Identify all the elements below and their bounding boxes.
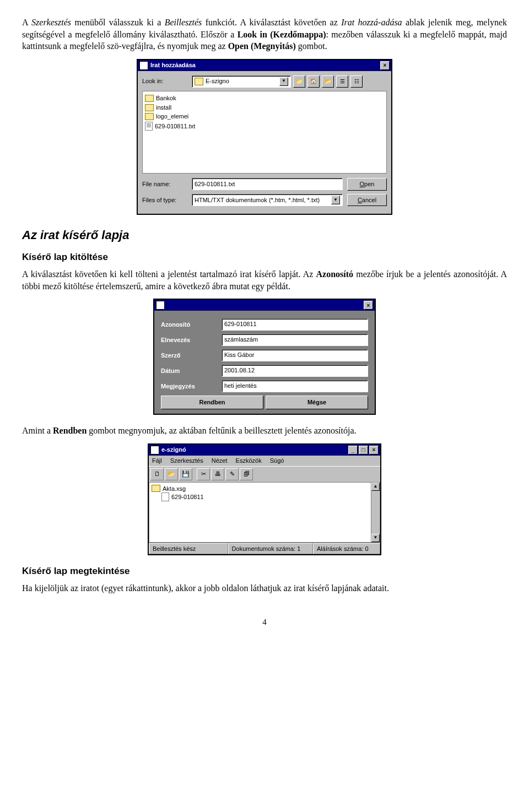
szerzo-input[interactable]: Kiss Gábor [222,349,368,361]
scroll-up-icon[interactable]: ▲ [371,483,380,491]
home-icon[interactable]: 🏠 [307,75,320,88]
titlebar-icon [156,301,165,310]
app-icon [150,446,159,454]
sub-heading: Kísérő lap megtekintése [22,565,507,578]
doc-icon[interactable]: 🗐 [240,468,253,480]
file-list[interactable]: Bankok install logo_elemei 629-010811.tx… [142,91,387,174]
chevron-down-icon[interactable]: ▼ [331,196,340,204]
text-file-icon [145,122,153,131]
paragraph-2: A kiválasztást követően ki kell tölteni … [22,268,507,292]
close-icon[interactable]: × [369,446,379,454]
titlebar: × [154,300,375,311]
list-item[interactable]: 629-010811.txt [145,121,384,131]
titlebar: e-szignó _ □ × [149,445,380,456]
megjegyzes-input[interactable]: heti jelentés [222,380,368,392]
open-button[interactable]: Open [347,178,387,191]
elnevezes-input[interactable]: számlaszám [222,334,368,346]
text-file-icon [161,492,169,501]
titlebar: Irat hozzáadása × [138,60,391,71]
field-label: Dátum [161,367,222,375]
dialog-metadata: × Azonosító629-010811 Elnevezésszámlaszá… [153,299,376,415]
menu-item[interactable]: Szerkesztés [170,457,203,464]
filetype-combo[interactable]: HTML/TXT dokumentumok (*.htm, *.html, *.… [192,194,343,206]
menu-item[interactable]: Eszközök [236,457,262,464]
chevron-down-icon[interactable]: ▼ [279,77,288,86]
folder-icon [145,113,154,120]
list-view-icon[interactable]: ☰ [336,75,348,88]
paragraph-4: Ha kijelöljük az iratot (egyet rákattint… [22,582,507,594]
folder-icon [145,104,154,111]
scroll-down-icon[interactable]: ▼ [371,534,380,542]
cancel-button[interactable]: Cancel [347,194,387,207]
save-icon[interactable]: 💾 [179,468,192,480]
filename-label: File name: [142,180,192,188]
field-label: Szerző [161,351,222,360]
new-icon[interactable]: 🗋 [150,468,164,480]
toolbar: 🗋 📂 💾 ✂ 🖶 ✎ 🗐 [149,466,380,482]
field-label: Azonosító [161,321,222,329]
datum-input[interactable]: 2001.08.12 [222,365,368,377]
close-icon[interactable]: × [380,61,390,70]
filename-input[interactable]: 629-010811.txt [192,178,343,190]
detail-view-icon[interactable]: ☷ [350,75,363,88]
field-label: Elnevezés [161,336,222,344]
close-icon[interactable]: × [364,301,373,310]
up-folder-icon[interactable]: 📁 [293,75,305,88]
dialog-add-file: Irat hozzáadása × Look in: E-szigno ▼ 📁 … [137,59,392,215]
list-item[interactable]: Bankok [145,94,384,103]
app-window: e-szignó _ □ × Fájl Szerkesztés Nézet Es… [148,443,381,556]
status-cell: Dokumentumok száma: 1 [228,543,313,555]
status-cell: Aláírások száma: 0 [313,543,380,555]
cancel-button[interactable]: Mégse [266,396,368,409]
open-icon[interactable]: 📂 [165,468,178,480]
tree-view[interactable]: Akta.xsg 629-010811 ▲▼ [149,482,380,543]
folder-icon [152,485,160,492]
ok-button[interactable]: Rendben [161,396,263,409]
print-icon[interactable]: 🖶 [211,468,224,480]
list-item[interactable]: install [145,103,384,112]
page-number: 4 [22,616,507,627]
scrollbar[interactable]: ▲▼ [371,483,380,542]
sign-icon[interactable]: ✎ [225,468,239,480]
titlebar-icon [139,61,148,70]
list-item[interactable]: logo_elemei [145,112,384,121]
lookin-label: Look in: [142,77,192,85]
sub-heading: Kísérő lap kitöltése [22,251,507,264]
menu-item[interactable]: Fájl [152,457,162,464]
azonosito-input[interactable]: 629-010811 [222,318,368,331]
folder-icon [145,95,154,102]
field-label: Megjegyzés [161,382,222,391]
section-heading: Az irat kísérő lapja [22,227,507,243]
menu-item[interactable]: Súgó [270,457,284,464]
titlebar-text: Irat hozzáadása [150,61,196,69]
cut-icon[interactable]: ✂ [197,468,210,480]
folder-icon [195,78,203,85]
status-bar: Beillesztés kész Dokumentumok száma: 1 A… [149,543,380,555]
maximize-icon[interactable]: □ [359,446,368,454]
lookin-combo[interactable]: E-szigno ▼ [192,75,291,88]
new-folder-icon[interactable]: 📂 [322,75,334,88]
status-cell: Beillesztés kész [149,543,228,555]
minimize-icon[interactable]: _ [348,446,358,454]
titlebar-text: e-szignó [161,446,186,454]
menu-item[interactable]: Nézet [212,457,228,464]
menubar: Fájl Szerkesztés Nézet Eszközök Súgó [149,456,380,466]
paragraph-3: Amint a Rendben gombot megnyomjuk, az ak… [22,425,507,437]
paragraph-1: A Szerkesztés menüből válasszuk ki a Bei… [22,17,507,52]
filetype-label: Files of type: [142,196,192,204]
